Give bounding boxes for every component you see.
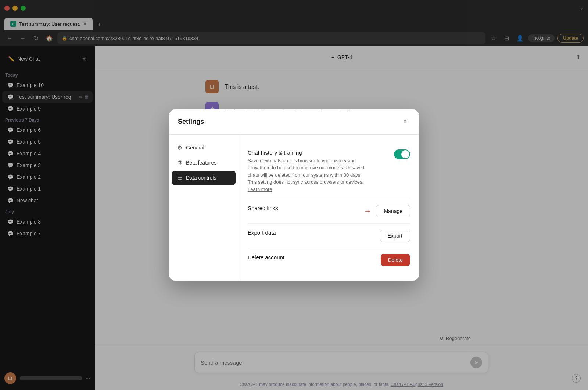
settings-row-info: Delete account	[248, 254, 284, 262]
modal-close-button[interactable]: ×	[400, 117, 410, 127]
nav-item-beta-label: Beta features	[186, 160, 216, 166]
nav-item-beta[interactable]: ⚗ Beta features	[172, 156, 236, 170]
flask-icon: ⚗	[177, 159, 182, 166]
delete-button[interactable]: Delete	[381, 254, 410, 266]
delete-account-label: Delete account	[248, 254, 284, 260]
nav-item-data-controls-label: Data controls	[186, 175, 216, 181]
modal-sidebar-nav: ⚙ General ⚗ Beta features ☰ Data control…	[169, 135, 239, 281]
settings-row-shared-links: Shared links → Manage	[248, 199, 410, 224]
settings-row-info: Export data	[248, 230, 276, 237]
settings-row-delete-account: Delete account Delete	[248, 248, 410, 272]
settings-row-export-data: Export data Export	[248, 224, 410, 248]
toggle-action	[394, 149, 410, 159]
modal-title: Settings	[178, 118, 204, 126]
chat-history-toggle[interactable]	[394, 149, 410, 159]
export-button[interactable]: Export	[380, 230, 410, 242]
chat-history-label: Chat history & training	[248, 149, 365, 156]
chat-history-desc: Save new chats on this browser to your h…	[248, 157, 365, 193]
learn-more-link[interactable]: Learn more	[248, 187, 272, 192]
toggle-knob	[401, 150, 409, 158]
export-action: Export	[380, 230, 410, 242]
nav-item-general-label: General	[186, 145, 204, 151]
gear-icon: ⚙	[177, 144, 182, 151]
settings-modal: Settings × ⚙ General ⚗ Beta features ☰ D…	[169, 109, 419, 281]
settings-row-info: Chat history & training Save new chats o…	[248, 149, 365, 193]
modal-body: ⚙ General ⚗ Beta features ☰ Data control…	[169, 135, 419, 281]
nav-item-general[interactable]: ⚙ General	[172, 141, 236, 155]
manage-button[interactable]: Manage	[376, 205, 410, 217]
nav-item-data-controls[interactable]: ☰ Data controls	[172, 171, 236, 185]
modal-overlay[interactable]: Settings × ⚙ General ⚗ Beta features ☰ D…	[0, 0, 588, 390]
modal-content: Chat history & training Save new chats o…	[239, 135, 419, 281]
arrow-right-icon: →	[363, 206, 372, 216]
delete-action: Delete	[381, 254, 410, 266]
export-data-label: Export data	[248, 230, 276, 236]
modal-header: Settings ×	[169, 109, 419, 135]
shared-links-action: → Manage	[363, 205, 410, 217]
settings-row-info: Shared links	[248, 205, 278, 213]
data-controls-icon: ☰	[177, 174, 182, 181]
settings-row-chat-history: Chat history & training Save new chats o…	[248, 144, 410, 199]
shared-links-label: Shared links	[248, 205, 278, 211]
